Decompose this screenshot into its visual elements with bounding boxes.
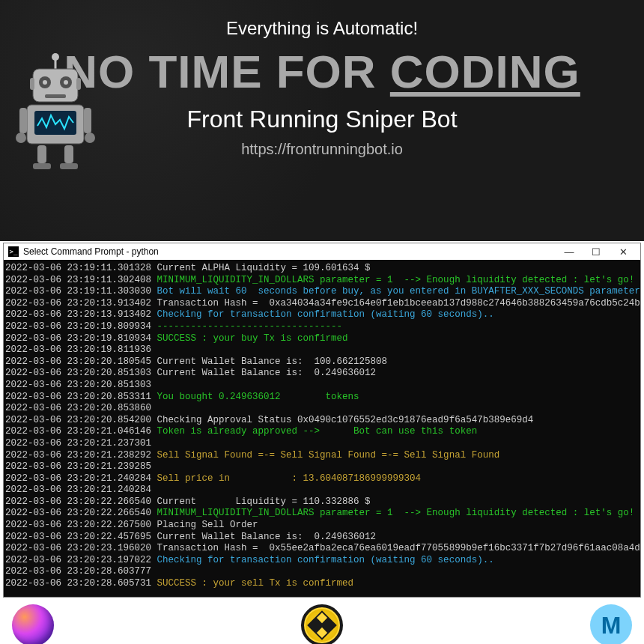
svg-rect-7 [30, 78, 34, 90]
svg-rect-19 [60, 163, 78, 169]
window-titlebar[interactable]: >_ Select Command Prompt - python — ☐ ✕ [4, 243, 640, 260]
maximize-button[interactable]: ☐ [588, 246, 604, 258]
svg-rect-17 [64, 145, 73, 163]
robot-icon [10, 51, 100, 171]
pancake-coin-icon [12, 604, 54, 644]
close-button[interactable]: ✕ [615, 246, 631, 258]
svg-point-4 [43, 80, 47, 85]
matic-coin-icon: M [590, 604, 632, 644]
footer-icons: M [0, 598, 644, 644]
hero-tagline: Everything is Automatic! [0, 18, 644, 39]
cmd-icon: >_ [8, 246, 19, 257]
svg-rect-13 [84, 108, 91, 133]
terminal-output[interactable]: 2022-03-06 23:19:11.301328 Current ALPHA… [4, 260, 640, 597]
svg-rect-12 [19, 108, 27, 133]
svg-rect-9 [45, 94, 66, 98]
svg-point-0 [52, 53, 59, 61]
minimize-button[interactable]: — [561, 246, 577, 258]
window-title: Select Command Prompt - python [23, 246, 561, 257]
terminal-window: >_ Select Command Prompt - python — ☐ ✕ … [3, 243, 641, 598]
bnb-coin-icon [301, 604, 343, 644]
hero-headline: NO TIME FOR CODING [64, 45, 580, 98]
hero-banner: Everything is Automatic! NO TIME FOR COD… [0, 0, 644, 241]
svg-point-6 [64, 80, 68, 85]
svg-rect-8 [76, 78, 81, 90]
svg-rect-16 [37, 145, 46, 163]
svg-rect-18 [33, 163, 51, 169]
svg-point-14 [16, 133, 26, 143]
svg-point-15 [85, 133, 95, 143]
